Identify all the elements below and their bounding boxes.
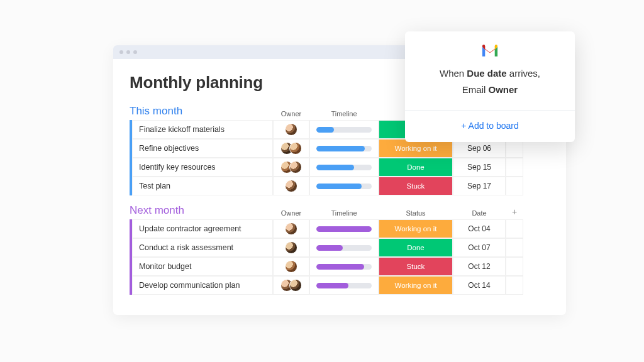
task-name-cell[interactable]: Identify key resources bbox=[132, 158, 273, 177]
avatar[interactable] bbox=[285, 260, 297, 273]
column-header-status[interactable]: Status bbox=[379, 209, 453, 217]
status-cell[interactable]: Working on it bbox=[379, 276, 453, 295]
add-column-button[interactable]: + bbox=[506, 207, 523, 217]
task-name-cell[interactable]: Conduct a risk assessment bbox=[132, 238, 273, 257]
owner-cell[interactable] bbox=[273, 257, 309, 276]
owner-cell[interactable] bbox=[273, 219, 309, 238]
status-badge: Working on it bbox=[379, 277, 452, 294]
timeline-cell[interactable] bbox=[309, 276, 379, 295]
owner-cell[interactable] bbox=[273, 120, 309, 139]
status-cell[interactable]: Done bbox=[379, 238, 453, 257]
empty-cell bbox=[506, 219, 523, 238]
column-header-timeline[interactable]: Timeline bbox=[309, 209, 379, 217]
rule-trigger: Due date bbox=[467, 68, 506, 79]
status-cell[interactable]: Stuck bbox=[379, 177, 453, 195]
status-cell[interactable]: Working on it bbox=[379, 219, 453, 238]
timeline-cell[interactable] bbox=[309, 158, 379, 177]
empty-cell bbox=[506, 257, 523, 276]
empty-cell bbox=[506, 158, 523, 177]
empty-cell bbox=[506, 177, 523, 195]
date-cell[interactable]: Oct 14 bbox=[453, 276, 506, 295]
timeline-cell[interactable] bbox=[309, 238, 379, 257]
section-title[interactable]: This month bbox=[130, 105, 273, 118]
date-cell[interactable]: Oct 04 bbox=[453, 219, 506, 238]
date-cell[interactable]: Sep 17 bbox=[453, 177, 506, 195]
rule-mid: arrives, bbox=[507, 68, 540, 79]
task-name-cell[interactable]: Finalize kickoff materials bbox=[132, 120, 273, 139]
date-cell[interactable]: Oct 12 bbox=[453, 257, 506, 276]
timeline-cell[interactable] bbox=[309, 257, 379, 276]
task-name-cell[interactable]: Update contractor agreement bbox=[132, 219, 273, 238]
owner-cell[interactable] bbox=[273, 238, 309, 257]
timeline-cell[interactable] bbox=[309, 120, 379, 139]
table-row[interactable]: Test planStuckSep 17 bbox=[132, 177, 550, 195]
section-rows: Update contractor agreementWorking on it… bbox=[130, 219, 550, 295]
avatar[interactable] bbox=[289, 279, 302, 292]
avatar[interactable] bbox=[285, 123, 297, 136]
avatar[interactable] bbox=[285, 241, 297, 254]
automation-rule-text: When Due date arrives, Email Owner bbox=[405, 65, 575, 111]
status-badge: Working on it bbox=[379, 220, 452, 238]
table-row[interactable]: Monitor budgetStuckOct 12 bbox=[132, 257, 550, 276]
status-cell[interactable]: Done bbox=[379, 158, 453, 177]
timeline-cell[interactable] bbox=[309, 139, 379, 158]
rule-action-prefix: Email bbox=[462, 84, 489, 95]
section-title[interactable]: Next month bbox=[130, 204, 273, 217]
avatar[interactable] bbox=[289, 161, 302, 173]
date-cell[interactable]: Sep 15 bbox=[453, 158, 506, 177]
avatar[interactable] bbox=[289, 142, 302, 155]
column-header-owner[interactable]: Owner bbox=[273, 110, 309, 118]
status-badge: Working on it bbox=[379, 140, 452, 157]
status-badge: Stuck bbox=[379, 177, 452, 195]
section-header: Next month Owner Timeline Status Date + bbox=[130, 204, 550, 217]
owner-cell[interactable] bbox=[273, 139, 309, 158]
timeline-cell[interactable] bbox=[309, 177, 379, 195]
status-badge: Done bbox=[379, 158, 452, 176]
table-row[interactable]: Identify key resourcesDoneSep 15 bbox=[132, 158, 550, 177]
empty-cell bbox=[506, 238, 523, 257]
avatar[interactable] bbox=[285, 180, 297, 192]
section-next-month: Next month Owner Timeline Status Date + … bbox=[130, 204, 550, 295]
table-row[interactable]: Update contractor agreementWorking on it… bbox=[132, 219, 550, 238]
table-row[interactable]: Develop communication planWorking on itO… bbox=[132, 276, 550, 295]
timeline-cell[interactable] bbox=[309, 219, 379, 238]
traffic-light-dot bbox=[126, 50, 130, 54]
task-name-cell[interactable]: Develop communication plan bbox=[132, 276, 273, 295]
status-badge: Done bbox=[379, 239, 452, 256]
add-to-board-button[interactable]: + Add to board bbox=[405, 111, 575, 142]
date-cell[interactable]: Oct 07 bbox=[453, 238, 506, 257]
task-name-cell[interactable]: Test plan bbox=[132, 177, 273, 195]
column-header-owner[interactable]: Owner bbox=[273, 209, 309, 217]
gmail-icon bbox=[480, 44, 499, 58]
empty-cell bbox=[506, 276, 523, 295]
owner-cell[interactable] bbox=[273, 158, 309, 177]
column-header-date[interactable]: Date bbox=[453, 209, 506, 217]
avatar[interactable] bbox=[285, 222, 297, 235]
rule-prefix: When bbox=[440, 68, 467, 79]
traffic-light-dot bbox=[119, 50, 123, 54]
owner-cell[interactable] bbox=[273, 276, 309, 295]
owner-cell[interactable] bbox=[273, 177, 309, 195]
rule-action: Owner bbox=[489, 84, 518, 95]
traffic-light-dot bbox=[133, 50, 137, 54]
table-row[interactable]: Conduct a risk assessmentDoneOct 07 bbox=[132, 238, 550, 257]
status-cell[interactable]: Stuck bbox=[379, 257, 453, 276]
status-badge: Stuck bbox=[379, 258, 452, 275]
task-name-cell[interactable]: Refine objectives bbox=[132, 139, 273, 158]
automation-popup: When Due date arrives, Email Owner + Add… bbox=[405, 31, 575, 142]
column-header-timeline[interactable]: Timeline bbox=[309, 110, 379, 118]
task-name-cell[interactable]: Monitor budget bbox=[132, 257, 273, 276]
